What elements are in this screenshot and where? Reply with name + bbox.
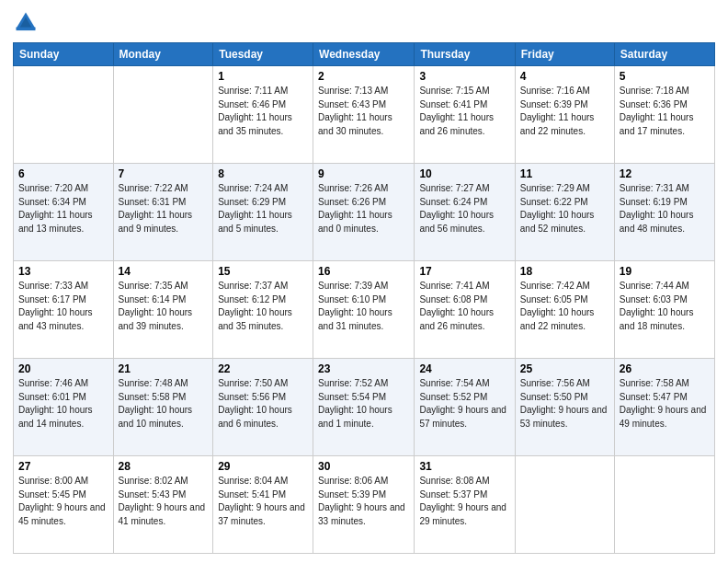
day-number: 25 xyxy=(520,362,609,375)
calendar: SundayMondayTuesdayWednesdayThursdayFrid… xyxy=(13,42,715,554)
day-info-line: Sunset: 5:41 PM xyxy=(218,488,308,502)
day-info-line: Daylight: 10 hours and 52 minutes. xyxy=(520,209,609,236)
calendar-cell xyxy=(614,456,714,554)
day-info-line: Sunset: 6:43 PM xyxy=(318,98,409,112)
day-info: Sunrise: 7:22 AMSunset: 6:31 PMDaylight:… xyxy=(119,182,209,236)
day-info-line: Sunrise: 8:04 AM xyxy=(218,475,308,488)
day-info: Sunrise: 7:29 AMSunset: 6:22 PMDaylight:… xyxy=(520,182,609,236)
day-info-line: Sunrise: 7:44 AM xyxy=(620,280,710,293)
day-info-line: Daylight: 10 hours and 22 minutes. xyxy=(520,306,609,333)
day-of-week-header: Monday xyxy=(113,43,213,66)
calendar-cell: 11Sunrise: 7:29 AMSunset: 6:22 PMDayligh… xyxy=(515,164,614,261)
svg-rect-2 xyxy=(17,28,36,30)
calendar-week-row: 6Sunrise: 7:20 AMSunset: 6:34 PMDaylight… xyxy=(14,164,715,261)
day-info-line: Sunset: 5:43 PM xyxy=(119,488,209,502)
day-info-line: Sunrise: 7:42 AM xyxy=(520,280,609,293)
calendar-cell: 18Sunrise: 7:42 AMSunset: 6:05 PMDayligh… xyxy=(515,261,614,359)
calendar-cell: 2Sunrise: 7:13 AMSunset: 6:43 PMDaylight… xyxy=(313,66,415,164)
day-info-line: Sunrise: 7:35 AM xyxy=(119,280,209,293)
day-info: Sunrise: 7:31 AMSunset: 6:19 PMDaylight:… xyxy=(620,182,710,236)
day-info-line: Daylight: 10 hours and 6 minutes. xyxy=(218,404,308,431)
day-number: 20 xyxy=(18,362,108,375)
calendar-cell: 13Sunrise: 7:33 AMSunset: 6:17 PMDayligh… xyxy=(14,261,114,359)
day-number: 5 xyxy=(620,70,710,83)
day-info: Sunrise: 7:35 AMSunset: 6:14 PMDaylight:… xyxy=(119,280,209,333)
day-number: 15 xyxy=(218,265,308,278)
calendar-cell: 4Sunrise: 7:16 AMSunset: 6:39 PMDaylight… xyxy=(515,66,614,164)
day-info-line: Daylight: 9 hours and 49 minutes. xyxy=(620,404,710,431)
day-info-line: Daylight: 10 hours and 1 minute. xyxy=(318,404,409,431)
day-number: 18 xyxy=(520,265,609,278)
day-info: Sunrise: 7:33 AMSunset: 6:17 PMDaylight:… xyxy=(18,280,108,333)
day-info-line: Sunset: 5:39 PM xyxy=(318,488,409,502)
day-info: Sunrise: 7:37 AMSunset: 6:12 PMDaylight:… xyxy=(218,280,308,333)
day-info-line: Sunset: 6:10 PM xyxy=(318,293,409,307)
day-info: Sunrise: 7:20 AMSunset: 6:34 PMDaylight:… xyxy=(18,182,108,236)
day-of-week-header: Friday xyxy=(515,43,614,66)
day-info-line: Daylight: 9 hours and 53 minutes. xyxy=(520,404,609,431)
day-number: 1 xyxy=(218,70,308,83)
day-info-line: Sunrise: 7:54 AM xyxy=(419,377,509,391)
day-info: Sunrise: 7:27 AMSunset: 6:24 PMDaylight:… xyxy=(419,182,509,236)
day-info-line: Sunrise: 7:37 AM xyxy=(218,280,308,293)
day-info-line: Daylight: 11 hours and 30 minutes. xyxy=(318,111,409,138)
day-info-line: Sunset: 6:34 PM xyxy=(18,196,108,210)
day-info-line: Daylight: 9 hours and 45 minutes. xyxy=(18,501,108,528)
day-info-line: Sunset: 5:52 PM xyxy=(419,391,509,405)
calendar-cell: 21Sunrise: 7:48 AMSunset: 5:58 PMDayligh… xyxy=(113,359,213,456)
day-info-line: Daylight: 9 hours and 29 minutes. xyxy=(419,501,509,528)
day-info: Sunrise: 8:04 AMSunset: 5:41 PMDaylight:… xyxy=(218,475,308,528)
day-info: Sunrise: 7:39 AMSunset: 6:10 PMDaylight:… xyxy=(318,280,409,333)
day-info: Sunrise: 8:06 AMSunset: 5:39 PMDaylight:… xyxy=(318,475,409,528)
calendar-cell: 26Sunrise: 7:58 AMSunset: 5:47 PMDayligh… xyxy=(614,359,714,456)
day-number: 7 xyxy=(119,167,209,180)
day-number: 27 xyxy=(18,460,108,473)
day-info-line: Daylight: 11 hours and 35 minutes. xyxy=(218,111,308,138)
calendar-cell: 23Sunrise: 7:52 AMSunset: 5:54 PMDayligh… xyxy=(313,359,415,456)
day-number: 17 xyxy=(419,265,509,278)
calendar-cell: 31Sunrise: 8:08 AMSunset: 5:37 PMDayligh… xyxy=(415,456,515,554)
day-info-line: Sunset: 6:01 PM xyxy=(18,391,108,405)
day-info-line: Daylight: 9 hours and 57 minutes. xyxy=(419,404,509,431)
day-info-line: Sunset: 6:29 PM xyxy=(218,196,308,210)
day-info-line: Sunrise: 7:52 AM xyxy=(318,377,409,391)
day-info-line: Sunset: 5:56 PM xyxy=(218,391,308,405)
calendar-cell: 29Sunrise: 8:04 AMSunset: 5:41 PMDayligh… xyxy=(213,456,313,554)
day-number: 24 xyxy=(419,362,509,375)
day-info-line: Sunset: 5:45 PM xyxy=(18,488,108,502)
day-info-line: Daylight: 9 hours and 41 minutes. xyxy=(119,501,209,528)
day-info-line: Daylight: 10 hours and 39 minutes. xyxy=(119,306,209,333)
day-info-line: Daylight: 10 hours and 48 minutes. xyxy=(620,209,710,236)
calendar-cell: 16Sunrise: 7:39 AMSunset: 6:10 PMDayligh… xyxy=(313,261,415,359)
day-info: Sunrise: 7:18 AMSunset: 6:36 PMDaylight:… xyxy=(620,85,710,138)
day-info-line: Daylight: 10 hours and 31 minutes. xyxy=(318,306,409,333)
day-number: 13 xyxy=(18,265,108,278)
day-info-line: Sunrise: 7:24 AM xyxy=(218,182,308,196)
calendar-cell: 3Sunrise: 7:15 AMSunset: 6:41 PMDaylight… xyxy=(415,66,515,164)
day-info-line: Sunset: 6:22 PM xyxy=(520,196,609,210)
day-info: Sunrise: 7:44 AMSunset: 6:03 PMDaylight:… xyxy=(620,280,710,333)
day-info-line: Daylight: 10 hours and 35 minutes. xyxy=(218,306,308,333)
day-info-line: Sunrise: 8:00 AM xyxy=(18,475,108,488)
day-info-line: Sunrise: 7:13 AM xyxy=(318,85,409,98)
day-number: 11 xyxy=(520,167,609,180)
day-info-line: Sunset: 5:47 PM xyxy=(620,391,710,405)
day-info-line: Daylight: 11 hours and 13 minutes. xyxy=(18,209,108,236)
calendar-week-row: 27Sunrise: 8:00 AMSunset: 5:45 PMDayligh… xyxy=(14,456,715,554)
day-info-line: Sunrise: 7:27 AM xyxy=(419,182,509,196)
day-number: 30 xyxy=(318,460,409,473)
day-info: Sunrise: 7:41 AMSunset: 6:08 PMDaylight:… xyxy=(419,280,509,333)
day-info-line: Daylight: 11 hours and 5 minutes. xyxy=(218,209,308,236)
day-number: 31 xyxy=(419,460,509,473)
calendar-cell: 27Sunrise: 8:00 AMSunset: 5:45 PMDayligh… xyxy=(14,456,114,554)
day-info: Sunrise: 7:13 AMSunset: 6:43 PMDaylight:… xyxy=(318,85,409,138)
day-number: 19 xyxy=(620,265,710,278)
day-number: 3 xyxy=(419,70,509,83)
day-info-line: Sunrise: 8:02 AM xyxy=(119,475,209,488)
day-number: 10 xyxy=(419,167,509,180)
day-info: Sunrise: 8:08 AMSunset: 5:37 PMDaylight:… xyxy=(419,475,509,528)
day-info-line: Sunset: 6:05 PM xyxy=(520,293,609,307)
day-info-line: Daylight: 11 hours and 17 minutes. xyxy=(620,111,710,138)
day-info-line: Sunrise: 7:22 AM xyxy=(119,182,209,196)
day-info-line: Daylight: 9 hours and 33 minutes. xyxy=(318,501,409,528)
